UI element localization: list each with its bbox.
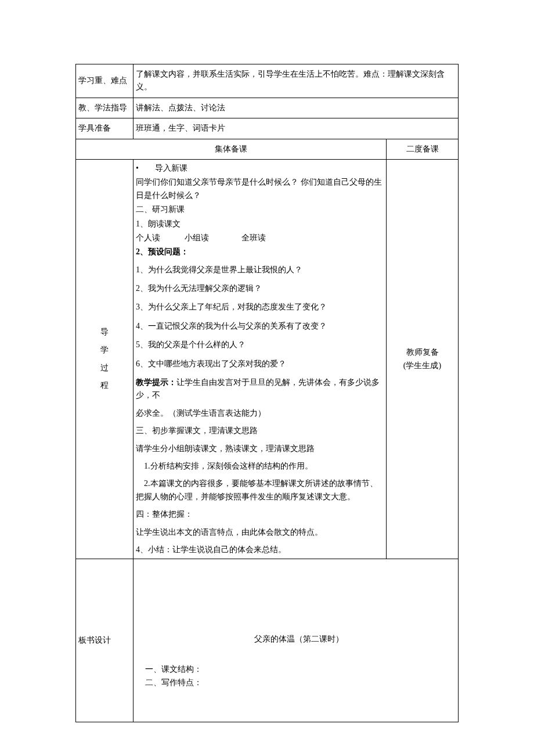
right-note-1: 教师复备 — [389, 346, 456, 359]
board-line-1: 一、课文结构： — [145, 663, 452, 676]
text-tools: 班班通，生字、词语卡片 — [134, 118, 459, 139]
label-tools: 学具准备 — [76, 118, 134, 139]
label-focus: 学习重、难点 — [76, 64, 134, 98]
label-board: 板书设计 — [76, 559, 134, 722]
point-2: 2.本篇课文的内容很多，要能够基本理解课文所讲述的故事情节、把握人物的心理，并能… — [136, 477, 384, 503]
section-three: 三、初步掌握课文，理清课文思路 — [136, 424, 384, 437]
question-3: 3、为什么父亲上了年纪后，对我的态度发生了变化？ — [136, 301, 384, 314]
section-four-sub: 让学生说出本文的语言特点，由此体会散文的特点。 — [136, 526, 384, 539]
intro-question: 同学们你们知道父亲节母亲节是什么时候么？ 你们知道自己父母的生日是什么时候么？ — [136, 176, 384, 202]
row-tools: 学具准备 班班通，生字、词语卡片 — [76, 118, 459, 139]
label-process-text: 导学过程 — [100, 323, 109, 395]
read-heading: 1、朗读课文 — [136, 218, 384, 231]
hint-label: 教学提示： — [136, 378, 176, 387]
summary: 4、小结：让学生说说自己的体会来总结。 — [136, 543, 384, 556]
label-process: 导学过程 — [76, 159, 134, 559]
row-board: 板书设计 父亲的体温（第二课时） 一、课文结构： 二、写作特点： — [76, 559, 459, 722]
question-5: 5、我的父亲是个什么样的人？ — [136, 339, 384, 351]
question-6: 6、文中哪些地方表现出了父亲对我的爱？ — [136, 358, 384, 370]
question-2: 2、我为什么无法理解父亲的逻辑？ — [136, 282, 384, 295]
label-method: 教、学法指导 — [76, 98, 134, 118]
section-four: 四：整体把握： — [136, 508, 384, 521]
point-1: 1.分析结构安排，深刻领会这样的结构的作用。 — [136, 460, 384, 473]
text-method: 讲解法、点拨法、讨论法 — [134, 98, 459, 118]
section-three-sub: 请学生分小组朗读课文，熟读课文，理清课文思路 — [136, 442, 384, 455]
intro-heading: • 导入新课 — [136, 162, 384, 175]
header-group-prep: 集体备课 — [76, 139, 387, 159]
board-line-2: 二、写作特点： — [145, 676, 452, 689]
preset-heading: 2、预设问题： — [136, 246, 384, 258]
hint-continuation: 必求全。（测试学生语言表达能力） — [136, 407, 384, 420]
row-focus: 学习重、难点 了解课文内容，并联系生活实际，引导学生在生活上不怕吃苦。难点：理解… — [76, 64, 459, 98]
question-1: 1、为什么我觉得父亲是世界上最让我恨的人？ — [136, 264, 384, 276]
process-right-note: 教师复备 (学生生成) — [387, 159, 459, 559]
board-title: 父亲的体温（第二课时） — [145, 633, 452, 646]
question-4: 4、一直记恨父亲的我为什么与父亲的关系有了改变？ — [136, 320, 384, 333]
row-process: 导学过程 • 导入新课 同学们你们知道父亲节母亲节是什么时候么？ 你们知道自己父… — [76, 159, 459, 559]
row-method: 教、学法指导 讲解法、点拨法、讨论法 — [76, 98, 459, 118]
row-section-header: 集体备课 二度备课 — [76, 139, 459, 159]
study-heading: 二、研习新课 — [136, 203, 384, 216]
preset-questions: 1、为什么我觉得父亲是世界上最让我恨的人？ 2、我为什么无法理解父亲的逻辑？ 3… — [136, 264, 384, 370]
header-second-prep: 二度备课 — [387, 139, 459, 159]
teaching-hint: 教学提示：让学生自由发言对于旦旦的见解，先讲体会，有多少说多少，不 — [136, 376, 384, 402]
board-content: 父亲的体温（第二课时） 一、课文结构： 二、写作特点： — [134, 559, 459, 722]
lesson-plan-table: 学习重、难点 了解课文内容，并联系生活实际，引导学生在生活上不怕吃苦。难点：理解… — [75, 64, 459, 722]
text-focus: 了解课文内容，并联系生活实际，引导学生在生活上不怕吃苦。难点：理解课文深刻含义。 — [134, 64, 459, 98]
read-modes: 个人读 小组读 全班读 — [136, 232, 384, 244]
right-note-2: (学生生成) — [389, 359, 456, 372]
process-content: • 导入新课 同学们你们知道父亲节母亲节是什么时候么？ 你们知道自己父母的生日是… — [134, 159, 387, 559]
